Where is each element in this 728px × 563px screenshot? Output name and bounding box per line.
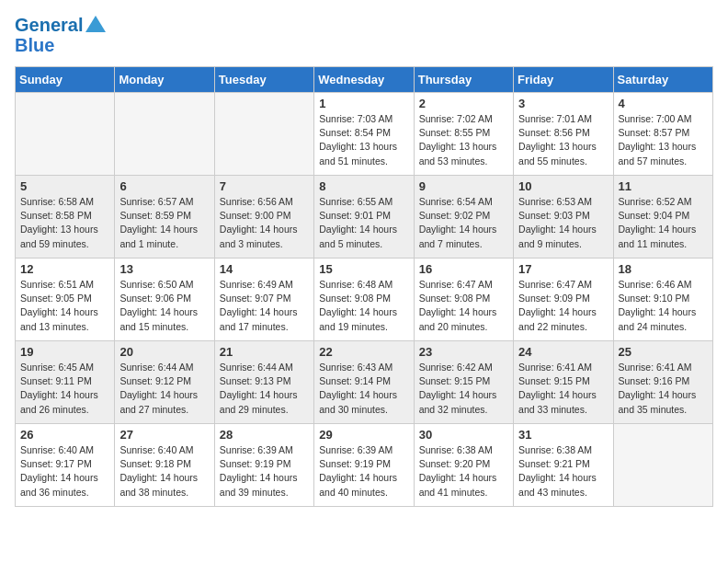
header-saturday: Saturday: [613, 67, 712, 93]
week-row-3: 12Sunrise: 6:51 AMSunset: 9:05 PMDayligh…: [16, 259, 713, 341]
day-info: Sunrise: 6:44 AMSunset: 9:13 PMDaylight:…: [220, 361, 309, 417]
day-number: 24: [518, 345, 608, 359]
day-number: 27: [119, 428, 209, 442]
day-cell: 1Sunrise: 7:03 AMSunset: 8:54 PMDaylight…: [314, 93, 414, 176]
day-number: 9: [419, 179, 508, 193]
day-number: 21: [220, 345, 309, 359]
day-number: 3: [518, 97, 608, 110]
day-info: Sunrise: 6:57 AMSunset: 8:59 PMDaylight:…: [119, 195, 209, 251]
day-cell: 24Sunrise: 6:41 AMSunset: 9:15 PMDayligh…: [514, 341, 613, 424]
header-monday: Monday: [115, 67, 214, 93]
day-info: Sunrise: 6:38 AMSunset: 9:20 PMDaylight:…: [419, 443, 508, 500]
day-info: Sunrise: 6:41 AMSunset: 9:15 PMDaylight:…: [518, 361, 608, 417]
day-info: Sunrise: 6:48 AMSunset: 9:08 PMDaylight:…: [319, 278, 408, 334]
day-number: 12: [20, 262, 109, 276]
day-cell: 12Sunrise: 6:51 AMSunset: 9:05 PMDayligh…: [16, 259, 115, 341]
day-number: 19: [20, 345, 109, 359]
day-number: 15: [319, 262, 408, 276]
day-info: Sunrise: 6:47 AMSunset: 9:09 PMDaylight:…: [518, 278, 608, 334]
day-cell: 2Sunrise: 7:02 AMSunset: 8:55 PMDaylight…: [414, 93, 513, 176]
day-info: Sunrise: 6:46 AMSunset: 9:10 PMDaylight:…: [619, 278, 708, 334]
day-cell: 8Sunrise: 6:55 AMSunset: 9:01 PMDaylight…: [314, 176, 414, 259]
day-number: 28: [220, 428, 309, 442]
day-number: 6: [119, 179, 209, 193]
day-cell: [16, 93, 115, 176]
day-info: Sunrise: 6:52 AMSunset: 9:04 PMDaylight:…: [619, 195, 708, 251]
day-info: Sunrise: 6:44 AMSunset: 9:12 PMDaylight:…: [119, 361, 209, 417]
day-number: 7: [220, 179, 309, 193]
day-number: 10: [518, 179, 608, 193]
day-cell: 13Sunrise: 6:50 AMSunset: 9:06 PMDayligh…: [115, 259, 214, 341]
day-info: Sunrise: 6:58 AMSunset: 8:58 PMDaylight:…: [20, 195, 109, 251]
day-info: Sunrise: 7:00 AMSunset: 8:57 PMDaylight:…: [619, 112, 708, 168]
day-cell: 18Sunrise: 6:46 AMSunset: 9:10 PMDayligh…: [613, 259, 712, 341]
header-thursday: Thursday: [414, 67, 513, 93]
day-cell: 25Sunrise: 6:41 AMSunset: 9:16 PMDayligh…: [613, 341, 712, 424]
day-cell: 31Sunrise: 6:38 AMSunset: 9:21 PMDayligh…: [514, 424, 613, 507]
day-number: 30: [419, 428, 508, 442]
day-number: 1: [319, 97, 408, 110]
day-info: Sunrise: 6:53 AMSunset: 9:03 PMDaylight:…: [518, 195, 608, 251]
day-cell: [613, 424, 712, 507]
day-cell: 26Sunrise: 6:40 AMSunset: 9:17 PMDayligh…: [16, 424, 115, 507]
day-number: 25: [619, 345, 708, 359]
day-number: 5: [20, 179, 109, 193]
day-info: Sunrise: 6:47 AMSunset: 9:08 PMDaylight:…: [419, 278, 508, 334]
day-cell: 17Sunrise: 6:47 AMSunset: 9:09 PMDayligh…: [514, 259, 613, 341]
day-number: 2: [419, 97, 508, 110]
day-info: Sunrise: 6:38 AMSunset: 9:21 PMDaylight:…: [518, 443, 608, 500]
day-cell: 7Sunrise: 6:56 AMSunset: 9:00 PMDaylight…: [214, 176, 313, 259]
day-cell: 3Sunrise: 7:01 AMSunset: 8:56 PMDaylight…: [514, 93, 613, 176]
day-number: 29: [319, 428, 408, 442]
day-info: Sunrise: 6:54 AMSunset: 9:02 PMDaylight:…: [419, 195, 508, 251]
day-number: 17: [518, 262, 608, 276]
day-number: 22: [319, 345, 408, 359]
logo-text: General: [15, 15, 83, 35]
day-info: Sunrise: 7:01 AMSunset: 8:56 PMDaylight:…: [518, 112, 608, 168]
svg-marker-0: [85, 16, 106, 32]
day-info: Sunrise: 6:45 AMSunset: 9:11 PMDaylight:…: [20, 361, 109, 417]
day-cell: 14Sunrise: 6:49 AMSunset: 9:07 PMDayligh…: [214, 259, 313, 341]
page-header: General Blue: [15, 15, 713, 55]
header-sunday: Sunday: [16, 67, 115, 93]
day-cell: 9Sunrise: 6:54 AMSunset: 9:02 PMDaylight…: [414, 176, 513, 259]
day-cell: [214, 93, 313, 176]
day-cell: 16Sunrise: 6:47 AMSunset: 9:08 PMDayligh…: [414, 259, 513, 341]
day-cell: 4Sunrise: 7:00 AMSunset: 8:57 PMDaylight…: [613, 93, 712, 176]
day-info: Sunrise: 6:40 AMSunset: 9:17 PMDaylight:…: [20, 443, 109, 500]
day-number: 23: [419, 345, 508, 359]
calendar-table: SundayMondayTuesdayWednesdayThursdayFrid…: [15, 66, 713, 507]
logo: General Blue: [15, 15, 106, 55]
day-number: 8: [319, 179, 408, 193]
week-row-2: 5Sunrise: 6:58 AMSunset: 8:58 PMDaylight…: [16, 176, 713, 259]
day-cell: 23Sunrise: 6:42 AMSunset: 9:15 PMDayligh…: [414, 341, 513, 424]
day-info: Sunrise: 6:50 AMSunset: 9:06 PMDaylight:…: [119, 278, 209, 334]
day-cell: 21Sunrise: 6:44 AMSunset: 9:13 PMDayligh…: [214, 341, 313, 424]
day-cell: 22Sunrise: 6:43 AMSunset: 9:14 PMDayligh…: [314, 341, 414, 424]
week-row-5: 26Sunrise: 6:40 AMSunset: 9:17 PMDayligh…: [16, 424, 713, 507]
day-number: 14: [220, 262, 309, 276]
day-cell: 15Sunrise: 6:48 AMSunset: 9:08 PMDayligh…: [314, 259, 414, 341]
day-cell: [115, 93, 214, 176]
day-info: Sunrise: 7:03 AMSunset: 8:54 PMDaylight:…: [319, 112, 408, 168]
day-info: Sunrise: 6:39 AMSunset: 9:19 PMDaylight:…: [319, 443, 408, 500]
day-cell: 6Sunrise: 6:57 AMSunset: 8:59 PMDaylight…: [115, 176, 214, 259]
day-number: 20: [119, 345, 209, 359]
day-cell: 20Sunrise: 6:44 AMSunset: 9:12 PMDayligh…: [115, 341, 214, 424]
day-cell: 30Sunrise: 6:38 AMSunset: 9:20 PMDayligh…: [414, 424, 513, 507]
calendar-header-row: SundayMondayTuesdayWednesdayThursdayFrid…: [16, 67, 713, 93]
day-info: Sunrise: 6:56 AMSunset: 9:00 PMDaylight:…: [220, 195, 309, 251]
day-cell: 28Sunrise: 6:39 AMSunset: 9:19 PMDayligh…: [214, 424, 313, 507]
header-friday: Friday: [514, 67, 613, 93]
logo-text-blue: Blue: [15, 35, 106, 55]
day-info: Sunrise: 6:49 AMSunset: 9:07 PMDaylight:…: [220, 278, 309, 334]
day-cell: 11Sunrise: 6:52 AMSunset: 9:04 PMDayligh…: [613, 176, 712, 259]
day-info: Sunrise: 6:40 AMSunset: 9:18 PMDaylight:…: [119, 443, 209, 500]
week-row-4: 19Sunrise: 6:45 AMSunset: 9:11 PMDayligh…: [16, 341, 713, 424]
day-info: Sunrise: 6:41 AMSunset: 9:16 PMDaylight:…: [619, 361, 708, 417]
logo-icon: [85, 16, 106, 32]
day-info: Sunrise: 6:39 AMSunset: 9:19 PMDaylight:…: [220, 443, 309, 500]
day-number: 18: [619, 262, 708, 276]
day-number: 4: [619, 97, 708, 110]
day-cell: 10Sunrise: 6:53 AMSunset: 9:03 PMDayligh…: [514, 176, 613, 259]
